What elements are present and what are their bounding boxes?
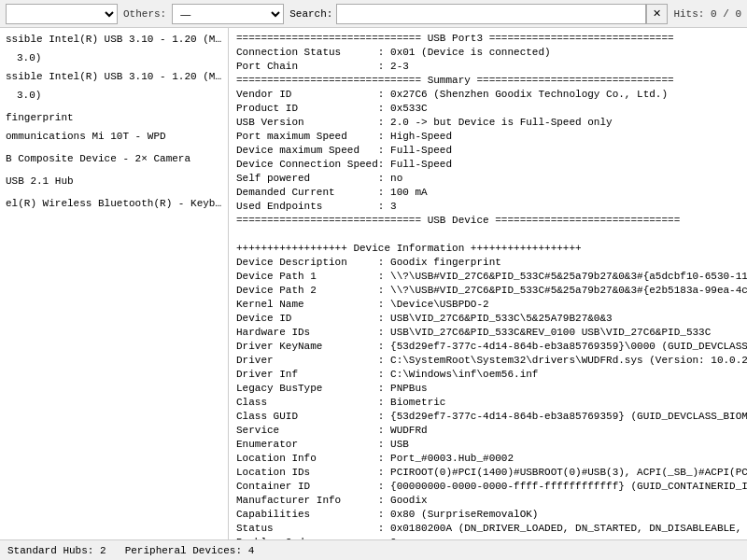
left-panel-item[interactable]: 3.0) bbox=[0, 86, 228, 105]
hubs-status: Standard Hubs: 2 bbox=[7, 545, 106, 556]
left-panel-item[interactable]: ssible Intel(R) USB 3.10 - 1.20 (Microso… bbox=[0, 67, 228, 86]
others-label: Others: bbox=[123, 8, 166, 20]
status-bar: Standard Hubs: 2 Peripheral Devices: 4 bbox=[0, 539, 747, 560]
left-panel-item[interactable]: ommunications Mi 10T - WPD bbox=[0, 127, 228, 146]
search-input[interactable] bbox=[336, 4, 646, 24]
hits-label: Hits: 0 / 0 bbox=[673, 8, 741, 20]
left-panel-item[interactable]: 3.0) bbox=[0, 49, 228, 67]
search-clear-button[interactable]: ✕ bbox=[646, 4, 668, 24]
left-panel-item[interactable]: USB 2.1 Hub bbox=[0, 172, 228, 190]
left-panel-item[interactable]: fingerprint bbox=[0, 108, 228, 127]
right-panel[interactable]: ============================== USB Port3… bbox=[229, 28, 747, 539]
main-content: ssible Intel(R) USB 3.10 - 1.20 (Microso… bbox=[0, 28, 747, 539]
peripherals-status: Peripheral Devices: 4 bbox=[125, 545, 255, 556]
others-dropdown[interactable] bbox=[6, 4, 118, 24]
others-value-dropdown[interactable]: — bbox=[172, 4, 284, 24]
left-panel-item[interactable]: el(R) Wireless Bluetooth(R) - Keyboard, … bbox=[0, 194, 228, 213]
search-box: Search: ✕ Hits: 0 / 0 bbox=[289, 4, 741, 24]
left-panel[interactable]: ssible Intel(R) USB 3.10 - 1.20 (Microso… bbox=[0, 28, 229, 539]
left-panel-item[interactable]: B Composite Device - 2× Camera bbox=[0, 149, 228, 168]
left-panel-item[interactable]: ssible Intel(R) USB 3.10 - 1.20 (Microso… bbox=[0, 30, 228, 49]
search-label: Search: bbox=[289, 8, 332, 20]
toolbar: Others: — Search: ✕ Hits: 0 / 0 bbox=[0, 0, 747, 28]
